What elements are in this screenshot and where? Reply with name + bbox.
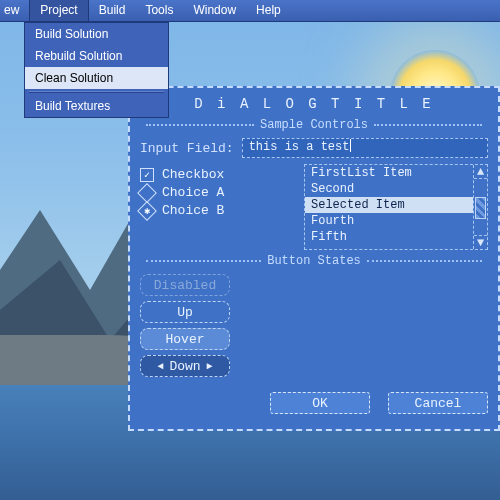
radio-icon (137, 183, 157, 203)
menu-item-project[interactable]: Project (29, 0, 88, 21)
list-item[interactable]: FirstList Item (305, 165, 473, 181)
radio-icon: ✱ (137, 201, 157, 221)
menu-item-view-cut[interactable]: ew (0, 0, 29, 21)
disabled-button: Disabled (140, 274, 230, 296)
project-dropdown: Build Solution Rebuild Solution Clean So… (24, 22, 169, 118)
listbox[interactable]: FirstList Item Second Selected Item Four… (304, 164, 488, 250)
checkbox-label: Checkbox (162, 167, 224, 182)
list-item[interactable]: Second (305, 181, 473, 197)
dialog-title: D i A L O G T I T L E (140, 96, 488, 112)
ok-button[interactable]: OK (270, 392, 370, 414)
menubar: ew Project Build Tools Window Help (0, 0, 500, 22)
section-button-states: Button States (140, 254, 488, 268)
input-label: Input Field: (140, 141, 234, 156)
menu-item-build[interactable]: Build (89, 0, 136, 21)
checkbox-icon: ✓ (140, 168, 154, 182)
checkbox[interactable]: ✓ Checkbox (140, 167, 290, 182)
cancel-button[interactable]: Cancel (388, 392, 488, 414)
list-item[interactable]: Fifth (305, 229, 473, 245)
dialog: D i A L O G T I T L E Sample Controls In… (128, 86, 500, 431)
scroll-up-icon[interactable]: ▲ (474, 165, 487, 179)
radio-label: Choice B (162, 203, 224, 218)
menu-item-tools[interactable]: Tools (135, 0, 183, 21)
scroll-track[interactable] (474, 179, 487, 235)
input-field[interactable]: this is a test (242, 138, 488, 158)
scroll-thumb[interactable] (475, 197, 486, 219)
menu-build-solution[interactable]: Build Solution (25, 23, 168, 45)
down-button[interactable]: Down (140, 355, 230, 377)
menu-separator (29, 91, 164, 93)
list-item-selected[interactable]: Selected Item (305, 197, 473, 213)
menu-item-help[interactable]: Help (246, 0, 291, 21)
menu-clean-solution[interactable]: Clean Solution (25, 67, 168, 89)
hover-button[interactable]: Hover (140, 328, 230, 350)
scroll-down-icon[interactable]: ▼ (474, 235, 487, 249)
section-sample-controls: Sample Controls (140, 118, 488, 132)
scrollbar[interactable]: ▲ ▼ (473, 165, 487, 249)
radio-choice-a[interactable]: Choice A (140, 185, 290, 200)
radio-choice-b[interactable]: ✱ Choice B (140, 203, 290, 218)
list-item[interactable]: Fourth (305, 213, 473, 229)
menu-rebuild-solution[interactable]: Rebuild Solution (25, 45, 168, 67)
up-button[interactable]: Up (140, 301, 230, 323)
radio-label: Choice A (162, 185, 224, 200)
menu-build-textures[interactable]: Build Textures (25, 95, 168, 117)
menu-item-window[interactable]: Window (183, 0, 246, 21)
